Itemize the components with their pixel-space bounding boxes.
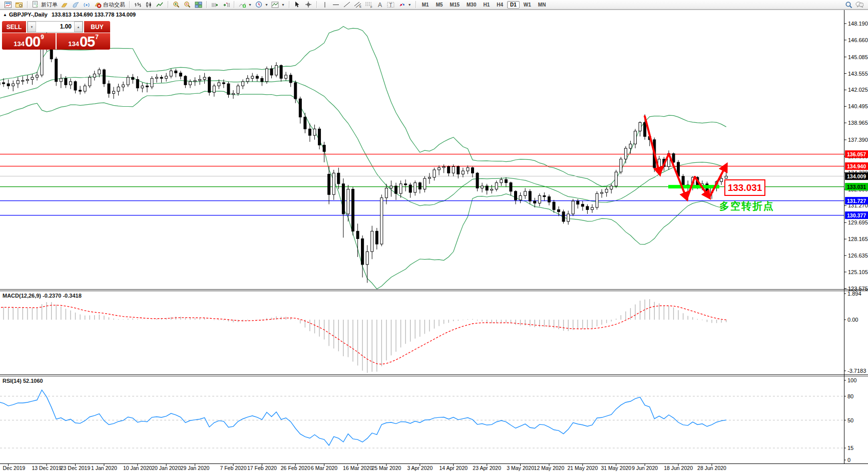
svg-text:3 Apr 2020: 3 Apr 2020: [407, 465, 432, 471]
svg-text:50: 50: [847, 417, 853, 423]
volume-decrease-button[interactable]: ▼: [28, 22, 36, 32]
svg-text:1.894: 1.894: [847, 291, 861, 297]
svg-text:-3.7183: -3.7183: [847, 368, 866, 374]
svg-text:138.965: 138.965: [848, 120, 868, 126]
svg-text:136.057: 136.057: [847, 151, 866, 157]
buy-price[interactable]: 134057: [57, 33, 110, 50]
svg-text:29 Jan 2020: 29 Jan 2020: [181, 465, 210, 471]
svg-text:23 Dec 2019: 23 Dec 2019: [61, 465, 91, 471]
macd-axis: 1.8940.00-3.7183: [844, 291, 866, 374]
sell-price-figure: 134: [14, 39, 25, 49]
volume-increase-button[interactable]: ▲: [74, 22, 83, 32]
price-callout-label[interactable]: 133.031: [724, 179, 765, 196]
svg-text:134.940: 134.940: [847, 163, 866, 169]
svg-text:23 Apr 2020: 23 Apr 2020: [473, 465, 501, 471]
svg-text:133.031: 133.031: [847, 184, 866, 190]
volume-input[interactable]: 1.00: [36, 22, 74, 32]
date-axis[interactable]: Dec 201913 Dec 201923 Dec 20191 Jan 2020…: [3, 464, 727, 471]
svg-text:18 Jun 2020: 18 Jun 2020: [664, 465, 693, 471]
svg-text:129.695: 129.695: [848, 219, 868, 225]
candles: [0, 26, 727, 283]
rsi-indicator: [0, 390, 844, 448]
svg-text:100: 100: [847, 377, 856, 383]
svg-text:3 May 2020: 3 May 2020: [507, 465, 534, 471]
panel-frame: [0, 10, 868, 464]
svg-text:14 Apr 2020: 14 Apr 2020: [439, 465, 468, 471]
ohlc-values: 133.813 134.690 133.778 134.009: [52, 12, 136, 18]
chart-title: ▲GBPJPY-,Daily133.813 134.690 133.778 13…: [3, 12, 136, 18]
svg-text:12 May 2020: 12 May 2020: [534, 465, 565, 471]
svg-text:31 May 2020: 31 May 2020: [601, 465, 631, 471]
pivot-annotation-text[interactable]: 多空转折点: [719, 199, 774, 213]
collapse-marker-icon[interactable]: ▲: [3, 13, 7, 17]
buy-button[interactable]: BUY: [84, 21, 110, 33]
rsi-label: RSI(14) 52.1060: [3, 378, 43, 384]
macd-label: MACD(12,26,9) -0.2370 -0.3418: [3, 293, 82, 299]
chart-canvas[interactable]: 148.190146.660145.085143.555142.025140.4…: [0, 0, 868, 475]
svg-text:20 Jan 2020: 20 Jan 2020: [152, 465, 181, 471]
svg-text:148.190: 148.190: [848, 21, 868, 27]
buy-price-figure: 134: [68, 39, 79, 49]
sell-price-pipette: 9: [41, 34, 44, 41]
mt4-window: 新订单 自动交易 ▼ ▼: [0, 0, 868, 475]
buy-price-pipette: 7: [95, 34, 99, 41]
svg-text:15: 15: [847, 445, 853, 451]
svg-text:126.635: 126.635: [848, 253, 868, 259]
svg-text:16 Mar 2020: 16 Mar 2020: [343, 465, 372, 471]
svg-text:134.009: 134.009: [847, 173, 866, 179]
sell-button[interactable]: SELL: [2, 21, 26, 33]
sell-price-pips: 00: [25, 35, 40, 49]
svg-text:0.00: 0.00: [847, 317, 858, 323]
svg-text:7 Feb 2020: 7 Feb 2020: [220, 465, 246, 471]
svg-text:6 Mar 2020: 6 Mar 2020: [311, 465, 337, 471]
svg-text:25 Mar 2020: 25 Mar 2020: [371, 465, 401, 471]
svg-text:28 Jun 2020: 28 Jun 2020: [697, 465, 726, 471]
svg-text:9 Jun 2020: 9 Jun 2020: [632, 465, 658, 471]
one-click-trading-panel: SELL ▼ 1.00 ▲ BUY 134009 134057: [2, 21, 110, 50]
rsi-axis: 1008050150: [844, 377, 856, 463]
svg-text:Dec 2019: Dec 2019: [3, 465, 26, 471]
svg-text:143.555: 143.555: [848, 71, 868, 77]
symbol-period-label: GBPJPY-,Daily: [9, 12, 48, 18]
svg-text:145.085: 145.085: [848, 54, 868, 60]
svg-text:80: 80: [847, 393, 853, 399]
svg-text:146.660: 146.660: [848, 37, 868, 43]
svg-text:26 Feb 2020: 26 Feb 2020: [281, 465, 310, 471]
price-axis[interactable]: 148.190146.660145.085143.555142.025140.4…: [844, 21, 868, 292]
svg-text:140.495: 140.495: [848, 103, 868, 109]
sell-price[interactable]: 134009: [2, 33, 56, 50]
svg-text:128.165: 128.165: [848, 236, 868, 242]
buy-price-pips: 05: [80, 35, 95, 49]
svg-text:17 Feb 2020: 17 Feb 2020: [247, 465, 277, 471]
svg-text:142.025: 142.025: [848, 87, 868, 93]
svg-text:130.377: 130.377: [847, 212, 866, 218]
svg-text:137.390: 137.390: [848, 137, 868, 143]
svg-text:131.727: 131.727: [847, 198, 866, 204]
macd-indicator: [0, 299, 726, 373]
svg-text:125.105: 125.105: [848, 269, 868, 275]
volume-stepper: ▼ 1.00 ▲: [27, 21, 83, 33]
svg-text:0: 0: [847, 457, 850, 463]
svg-text:13 Dec 2019: 13 Dec 2019: [32, 465, 62, 471]
svg-text:1 Jan 2020: 1 Jan 2020: [91, 465, 117, 471]
svg-text:21 May 2020: 21 May 2020: [568, 465, 598, 471]
svg-text:10 Jan 2020: 10 Jan 2020: [123, 465, 152, 471]
